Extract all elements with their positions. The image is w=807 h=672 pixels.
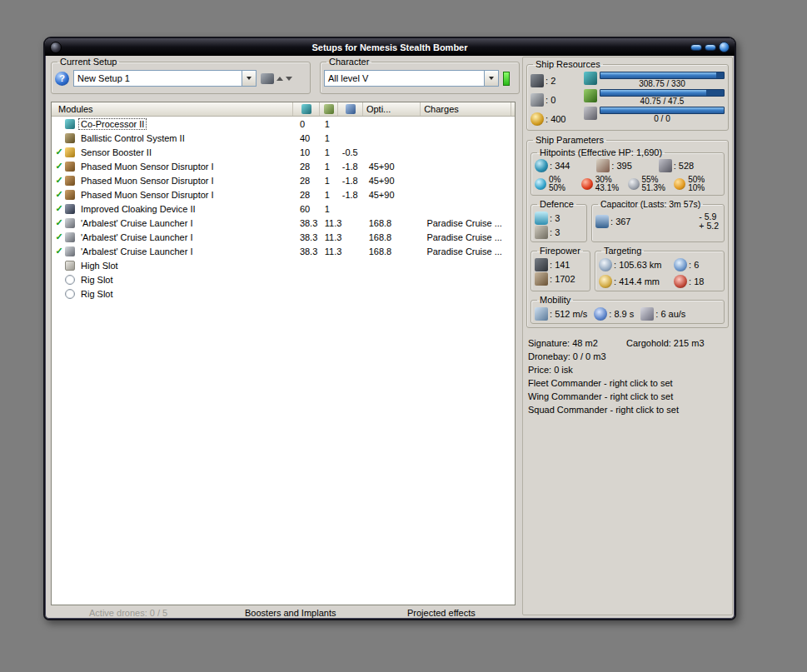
table-row[interactable]: ✓ Sensor Booster II 10 1 -0.5: [52, 145, 515, 159]
active-drones-section[interactable]: Active drones: 0 / 5: [89, 608, 167, 618]
align-time-icon: [594, 307, 607, 321]
cruise-launcher-icon: [65, 218, 75, 228]
powergrid-column-header[interactable]: [320, 102, 338, 116]
cpu-usage-value: 28: [295, 162, 322, 172]
powergrid-usage-value: 1: [322, 147, 341, 157]
charge-name: Paradise Cruise ...: [423, 232, 515, 242]
table-row[interactable]: Rig Slot: [52, 286, 515, 301]
table-row[interactable]: ✓ Phased Muon Sensor Disruptor I 28 1 -1…: [52, 173, 515, 187]
powergrid-usage-value: 11.3: [322, 232, 341, 242]
capacitor-column-icon: [346, 104, 356, 114]
shield-recharge-icon: [535, 212, 548, 225]
setup-select[interactable]: New Setup 1: [73, 70, 257, 87]
thermal-resist-icon: [674, 178, 685, 190]
module-name: Co-Processor II: [79, 119, 146, 129]
speed-icon: [535, 307, 548, 321]
optimal-range-value: 45+90: [366, 176, 424, 186]
signature-value: Signature: 48 m2: [528, 336, 626, 350]
setup-next-icon[interactable]: [286, 77, 292, 81]
module-active-check-icon: ✓: [52, 231, 65, 242]
table-row[interactable]: ✓ Phased Muon Sensor Disruptor I 28 1 -1…: [52, 187, 515, 202]
projected-effects-section[interactable]: Projected effects: [407, 608, 476, 618]
defence-group: Defence 3 3: [531, 199, 587, 242]
module-name-cell: ✓ 'Arbalest' Cruise Launcher I: [52, 244, 295, 258]
cpu-usage-value: 60: [295, 204, 322, 214]
sensor-strength-value: 18: [689, 276, 704, 286]
cpu-usage-value: 28: [295, 176, 322, 186]
table-row[interactable]: Ballistic Control System II 40 1: [52, 131, 515, 145]
charges-column-header[interactable]: Charges: [421, 102, 511, 116]
module-name-cell: ✓ Sensor Booster II: [52, 145, 295, 159]
capacitor-column-header[interactable]: [338, 102, 363, 116]
armor-repair-value: 3: [550, 227, 560, 237]
table-row[interactable]: ✓ Phased Muon Sensor Disruptor I 28 1 -1…: [52, 159, 515, 173]
kinetic-armor-resist: 51.3%: [642, 183, 665, 192]
setup-select-dropdown-button[interactable]: [242, 71, 256, 86]
powergrid-usage-value: 1: [322, 176, 341, 186]
module-name-cell: Co-Processor II: [52, 117, 295, 131]
powergrid-icon: [584, 89, 597, 102]
setup-prev-icon[interactable]: [276, 77, 283, 81]
wing-commander-setting[interactable]: Wing Commander - right click to set: [528, 390, 727, 403]
table-row[interactable]: ✓ 'Arbalest' Cruise Launcher I 38.3 11.3…: [52, 244, 515, 258]
ship-resources-label: Ship Resources: [533, 59, 603, 69]
squad-commander-setting[interactable]: Squad Commander - right click to set: [528, 403, 727, 416]
warp-speed-value: 6 au/s: [655, 309, 685, 319]
sensor-strength-icon: [674, 275, 687, 288]
module-name: 'Arbalest' Cruise Launcher I: [79, 232, 194, 242]
charge-name: Paradise Cruise ...: [423, 246, 515, 256]
dronebay-value: Dronebay: 0 / 0 m3: [528, 350, 727, 363]
boosters-implants-section[interactable]: Boosters and Implants: [245, 608, 336, 618]
module-name-cell: ✓ Improved Cloaking Device II: [52, 202, 295, 216]
table-row[interactable]: Rig Slot: [52, 272, 515, 286]
capacitor-usage-value: -0.5: [341, 147, 366, 157]
module-name-cell: High Slot: [52, 258, 295, 272]
optimal-range-value: 168.8: [366, 232, 424, 242]
current-setup-label: Current Setup: [57, 57, 119, 67]
cpu-column-header[interactable]: [293, 102, 321, 116]
max-velocity-value: 512 m/s: [550, 309, 587, 319]
optimal-column-header[interactable]: Opti...: [363, 102, 421, 116]
titlebar[interactable]: Setups for Nemesis Stealth Bomber: [45, 38, 735, 56]
maximize-button[interactable]: [705, 44, 716, 51]
setup-select-value: New Setup 1: [74, 73, 242, 83]
fleet-commander-setting[interactable]: Fleet Commander - right click to set: [528, 376, 727, 390]
help-icon[interactable]: ?: [55, 72, 69, 86]
calibration-value: 400: [545, 114, 565, 124]
character-select[interactable]: All level V: [324, 70, 499, 87]
character-select-dropdown-button[interactable]: [484, 71, 498, 86]
modules-table-header[interactable]: Modules Opti... Charges: [52, 102, 515, 117]
system-menu-icon[interactable]: [50, 42, 62, 53]
table-row[interactable]: ✓ 'Arbalest' Cruise Launcher I 38.3 11.3…: [52, 216, 515, 230]
cpu-usage-value: 38.3: [295, 232, 322, 242]
header-filler: [511, 102, 515, 116]
em-resist-icon: [535, 178, 546, 190]
table-row[interactable]: ✓ 'Arbalest' Cruise Launcher I 38.3 11.3…: [52, 230, 515, 244]
targeting-range-value: 105.63 km: [614, 260, 662, 270]
table-row[interactable]: Co-Processor II 0 1: [52, 117, 515, 131]
close-button[interactable]: [719, 42, 730, 52]
targeting-range-icon: [599, 258, 612, 271]
modules-column-header[interactable]: Modules: [52, 102, 293, 116]
turret-hardpoints-value: 2: [545, 76, 555, 86]
table-row[interactable]: ✓ Improved Cloaking Device II 60 1: [52, 202, 515, 216]
ship-parameters-group: Ship Parameters Hitpoints (Effective HP:…: [526, 135, 729, 328]
capacitor-usage-value: -1.8: [341, 190, 366, 200]
module-active-check-icon: ✓: [52, 161, 65, 172]
cpu-bar-fill: [600, 72, 716, 78]
cpu-usage-value: 10: [295, 147, 322, 157]
capacitor-recharge-value: + 5.2: [699, 222, 719, 231]
firepower-label: Firepower: [537, 246, 583, 256]
launcher-hardpoints-value: 0: [545, 95, 555, 105]
explosive-armor-resist: 43.1%: [595, 183, 619, 192]
table-row[interactable]: High Slot: [52, 258, 515, 272]
stats-panel: Ship Resources 2 0 400 308.75 / 330: [522, 57, 733, 615]
powergrid-usage-value: 1: [322, 190, 341, 200]
capacitor-label: Capacitor (Lasts: 3m 57s): [598, 199, 703, 209]
cpu-usage-value: 38.3: [295, 218, 322, 228]
minimize-button[interactable]: [690, 44, 702, 51]
cpu-usage-text: 308.75 / 330: [600, 79, 725, 88]
module-name-cell: Rig Slot: [52, 286, 295, 301]
ship-browser-icon[interactable]: [261, 73, 274, 84]
mobility-label: Mobility: [537, 295, 573, 305]
